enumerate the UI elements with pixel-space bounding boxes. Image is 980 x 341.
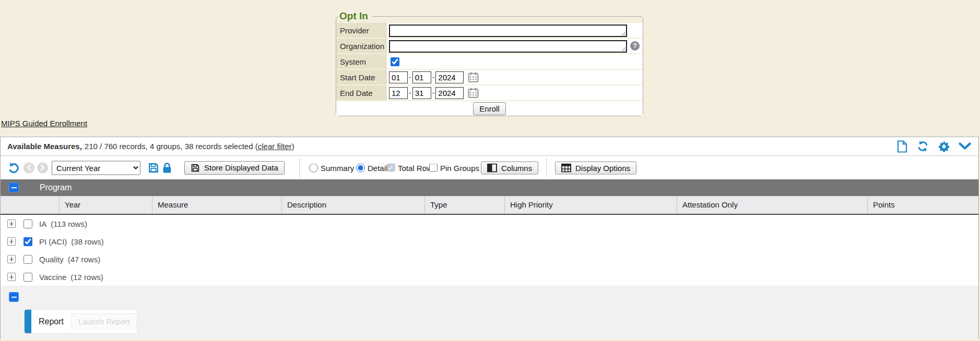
enroll-button[interactable]: Enroll [473,102,505,115]
measures-summary: 210 / 760 records, 4 groups, 38 records … [85,142,258,151]
pin-groups-label[interactable]: Pin Groups [440,163,479,172]
start-date-row: Start Date - - [336,70,643,86]
column-header-description[interactable]: Description [281,196,424,214]
system-row: System [336,54,643,70]
date-separator: - [409,73,411,81]
save-view-icon[interactable] [148,162,159,174]
measures-header: Available Measures, 210 / 760 records, 4… [1,137,978,156]
expand-icon[interactable] [7,255,16,263]
chevron-right-icon [40,165,45,171]
end-date-row: End Date - - [336,86,643,101]
expand-icon[interactable] [7,220,16,228]
summary-radio[interactable] [309,163,318,172]
column-header-points[interactable]: Points [867,196,978,214]
organization-input[interactable] [389,40,627,53]
detail-radio-label[interactable]: Detail [368,163,387,172]
measures-summary-suffix: ) [292,142,294,151]
report-label: Report [39,317,64,326]
expand-icon[interactable] [7,273,16,281]
display-options-button[interactable]: Display Options [555,161,636,174]
column-header-row: Year Measure Description Type High Prior… [1,196,978,215]
toolbar-divider [299,158,300,177]
chevron-down-icon[interactable] [959,142,971,150]
expand-icon[interactable] [7,237,16,246]
toolbar-divider [546,158,547,177]
detail-radio[interactable] [356,163,365,172]
date-separator: - [432,89,435,97]
launch-report-button[interactable]: Launch Report [71,313,137,330]
calendar-icon[interactable] [468,88,479,98]
row-count: (38 rows) [71,237,104,246]
start-date-label: Start Date [336,70,387,84]
opt-in-title: Opt In [338,10,372,22]
start-date-day-input[interactable] [412,71,431,83]
row-label: PI (ACI) [39,237,67,246]
measures-footer: Report Launch Report [1,286,978,339]
report-panel: Report Launch Report [24,309,138,334]
columns-icon [487,163,497,172]
help-icon[interactable]: ? [630,41,640,51]
row-checkbox-pi-aci[interactable] [23,237,32,246]
end-date-label: End Date [336,86,387,100]
measures-title: Available Measures, [7,142,82,151]
table-row-ia: IA (113 rows) [1,215,978,233]
year-filter-select[interactable]: Current Year [52,161,140,175]
system-label: System [336,54,387,69]
row-label: IA [39,220,46,228]
collapse-group-button-bottom[interactable] [9,292,19,302]
table-grid-icon [561,163,571,172]
column-header-type[interactable]: Type [424,196,504,214]
end-date-year-input[interactable] [435,87,464,99]
available-measures-panel: Available Measures, 210 / 760 records, 4… [0,137,979,339]
column-header-attestation-only[interactable]: Attestation Only [677,196,867,214]
provider-row: Provider [336,23,643,39]
row-count: (47 rows) [68,255,101,264]
chevron-left-icon [27,165,31,171]
organization-label: Organization [336,39,387,53]
start-date-year-input[interactable] [435,71,464,83]
mips-guided-enrollment-link[interactable]: MIPS Guided Enrollment [1,119,87,128]
start-date-month-input[interactable] [389,71,408,83]
total-row-checkbox[interactable] [387,164,395,172]
column-header-high-priority[interactable]: High Priority [504,196,677,214]
calendar-icon[interactable] [468,72,479,82]
table-row-quality: Quality (47 rows) [1,250,978,268]
organization-row: Organization ? [336,39,643,54]
gear-icon[interactable] [938,141,950,152]
end-date-day-input[interactable] [412,87,431,99]
enroll-row: Enroll [336,101,643,116]
row-checkbox-ia[interactable] [23,220,32,228]
measures-toolbar: Current Year Store Displ [1,156,978,179]
undo-icon[interactable] [7,162,20,174]
program-group-label: Program [40,179,72,196]
new-document-icon[interactable] [897,140,907,153]
refresh-icon[interactable] [916,140,929,152]
system-checkbox[interactable] [391,57,399,66]
table-row-vaccine: Vaccine (12 rows) [1,268,978,286]
collapse-group-button[interactable] [9,182,19,192]
report-accent-bar [25,310,31,333]
history-forward-button[interactable] [37,162,48,173]
columns-button[interactable]: Columns [481,161,538,174]
history-back-button[interactable] [23,162,34,173]
row-count: (113 rows) [51,220,87,228]
date-separator: - [409,89,411,97]
total-row-label: Total Row [398,163,432,172]
column-header-year[interactable]: Year [59,196,152,214]
table-row-pi-aci: PI (ACI) (38 rows) [1,233,978,250]
save-icon [191,163,200,173]
opt-in-form: Opt In Provider Organization ? System St… [336,10,643,116]
row-count: (12 rows) [70,273,103,282]
summary-radio-label[interactable]: Summary [321,163,354,172]
clear-filter-link[interactable]: clear filter [258,142,292,151]
row-checkbox-quality[interactable] [23,255,32,264]
pin-groups-checkbox[interactable] [429,164,438,172]
column-header-measure[interactable]: Measure [152,196,281,214]
store-displayed-data-button[interactable]: Store Displayed Data [184,161,285,175]
provider-label: Provider [336,23,387,38]
row-label: Quality [39,255,64,264]
lock-icon[interactable] [162,162,172,174]
row-checkbox-vaccine[interactable] [23,273,32,282]
end-date-month-input[interactable] [389,87,408,99]
provider-input[interactable] [389,25,627,37]
